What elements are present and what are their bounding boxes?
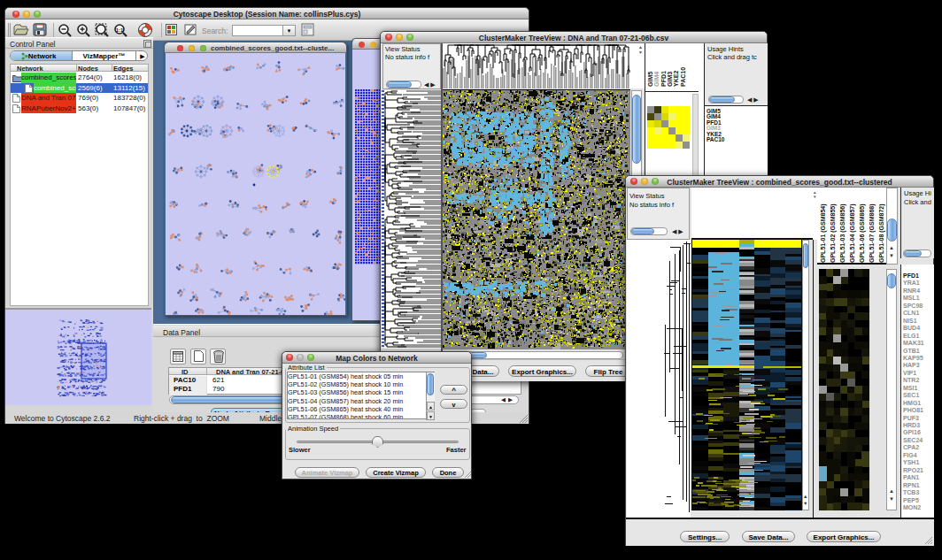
- svg-text:1:1: 1:1: [116, 27, 124, 33]
